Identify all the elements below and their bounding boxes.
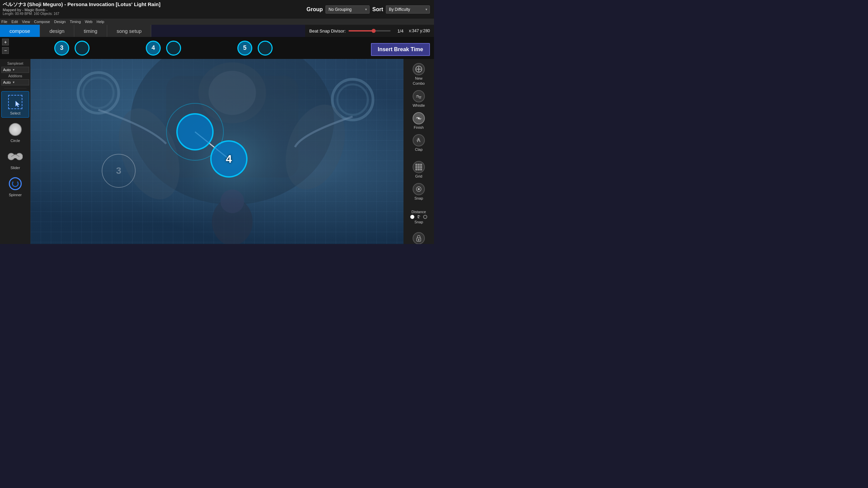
timeline-circle-hollow-3[interactable]: [258, 41, 273, 56]
timeline-circle-4[interactable]: 4: [146, 41, 161, 56]
snap-label: Snap: [414, 196, 423, 200]
distance-radio-row: [410, 215, 427, 219]
distance-radio-right[interactable]: [423, 215, 427, 219]
main-canvas[interactable]: 3 4: [31, 59, 434, 244]
circle-label: Circle: [11, 139, 20, 143]
select-label: Select: [10, 111, 21, 115]
sort-dropdown-wrap: By Difficulty By Artist: [386, 5, 430, 14]
circle-icon-shape: [9, 123, 22, 136]
menu-design[interactable]: Design: [54, 20, 65, 24]
additions-label: Additions: [1, 74, 29, 78]
tool-grid[interactable]: Grid: [405, 160, 433, 180]
svg-marker-0: [16, 101, 20, 107]
timeline-circle-3[interactable]: 3: [54, 41, 69, 56]
spinner-inner-shape: [12, 180, 19, 187]
menu-view[interactable]: View: [22, 20, 30, 24]
tab-timing[interactable]: timing: [74, 25, 107, 37]
beatsnap-bar: Beat Snap Divisor: 1/4 x:347 y:280: [305, 25, 434, 37]
circle-tool-icon: [7, 121, 24, 138]
finish-icon-svg: [415, 115, 422, 122]
snap2-label: Snap: [414, 220, 423, 224]
distance-radio-left[interactable]: [410, 215, 414, 219]
tabbar: compose design timing song setup: [0, 25, 305, 37]
menu-timing[interactable]: Timing: [70, 20, 81, 24]
tool-spinner[interactable]: Spinner: [1, 173, 29, 199]
finish-label: Finish: [414, 125, 423, 129]
menu-compose[interactable]: Compose: [34, 20, 50, 24]
additions-value: Auto: [3, 80, 11, 84]
new-combo-label: New: [415, 76, 422, 80]
tool-select[interactable]: Select: [1, 91, 29, 118]
circle-3-num: 3: [116, 165, 121, 176]
tab-song-setup[interactable]: song setup: [107, 25, 151, 37]
svg-point-9: [418, 117, 420, 119]
lock-icon-svg: [416, 235, 422, 242]
timeline-zoom-out[interactable]: −: [2, 47, 9, 54]
timeline-circle-hollow-1[interactable]: [75, 41, 90, 56]
tool-finish[interactable]: Finish: [405, 111, 433, 131]
select-tool-icon: [7, 94, 24, 110]
whistle-icon: [413, 90, 425, 102]
menu-web[interactable]: Web: [85, 20, 92, 24]
left-sidebar: Sampleset Auto ▼ Additions Auto ▼ Select…: [0, 59, 31, 244]
tool-clap[interactable]: Clap: [405, 133, 433, 153]
lock-section: Lock Notes: [405, 232, 433, 244]
beatsnap-slider-thumb[interactable]: [372, 29, 376, 33]
sampleset-label: Sampleset: [1, 62, 29, 65]
sampleset-value: Auto: [3, 68, 11, 72]
sampleset-dropdown[interactable]: Auto ▼: [1, 67, 29, 73]
sidebar-divider-1: [4, 88, 26, 88]
right-sidebar: New Combo Whistle Finish Cla: [403, 59, 434, 244]
lock-icon[interactable]: [413, 232, 425, 244]
menu-help[interactable]: Help: [97, 20, 104, 24]
canvas-content: 3 4: [31, 59, 434, 244]
select-icon-box: [8, 95, 22, 109]
tool-circle[interactable]: Circle: [1, 119, 29, 145]
beatsnap-slider-track[interactable]: [349, 30, 391, 32]
sort-dropdown[interactable]: By Difficulty By Artist: [386, 5, 430, 14]
hit-circle-3-faded: 3: [102, 154, 136, 188]
distance-section: Distance Snap: [405, 210, 433, 224]
tool-snap[interactable]: Snap: [405, 182, 433, 202]
snap-icon: [413, 183, 425, 195]
beatsnap-slider-fill: [349, 30, 374, 32]
whistle-icon-svg: [415, 93, 422, 100]
group-label: Group: [307, 6, 323, 13]
topbar: Group No Grouping By Artist By Difficult…: [307, 0, 434, 19]
new-combo-icon: [413, 63, 425, 75]
finish-icon: [413, 112, 425, 124]
tab-compose[interactable]: compose: [0, 25, 40, 37]
menu-file[interactable]: File: [1, 20, 7, 24]
clap-label: Clap: [415, 147, 423, 151]
tab-design[interactable]: design: [40, 25, 74, 37]
beatsnap-label: Beat Snap Divisor:: [309, 28, 346, 34]
clap-icon-svg: [415, 137, 422, 144]
svg-rect-13: [418, 218, 419, 218]
spinner-icon-shape: [9, 177, 22, 190]
new-combo-icon-svg: [415, 65, 422, 73]
spinner-label: Spinner: [9, 193, 22, 197]
tool-whistle[interactable]: Whistle: [405, 89, 433, 109]
grid-label: Grid: [415, 174, 422, 178]
insert-break-button[interactable]: Insert Break Time: [371, 43, 430, 56]
tool-slider[interactable]: Slider: [1, 146, 29, 172]
hit-circle-4b[interactable]: 4: [210, 140, 248, 178]
grid-icon: [413, 161, 425, 173]
menu-edit[interactable]: Edit: [12, 20, 18, 24]
menubar: File Edit View Compose Design Timing Web…: [0, 19, 434, 25]
cursor-icon: [15, 100, 21, 108]
spinner-tool-icon: [7, 175, 24, 192]
new-combo-label2: Combo: [413, 81, 425, 85]
timeline-circle-5[interactable]: 5: [237, 41, 252, 56]
hit-circle-4a[interactable]: [176, 113, 214, 150]
timeline-circle-hollow-2[interactable]: [166, 41, 181, 56]
tool-new-combo[interactable]: New Combo: [405, 62, 433, 87]
additions-arrow: ▼: [12, 81, 15, 84]
additions-dropdown[interactable]: Auto ▼: [1, 79, 29, 85]
sort-label: Sort: [372, 6, 383, 13]
snap-icon-svg: [416, 186, 422, 192]
group-dropdown[interactable]: No Grouping By Artist By Difficulty: [326, 5, 370, 14]
timeline-zoom-in[interactable]: +: [2, 39, 9, 45]
svg-rect-12: [418, 215, 418, 218]
slider-tool-icon: [7, 148, 24, 165]
